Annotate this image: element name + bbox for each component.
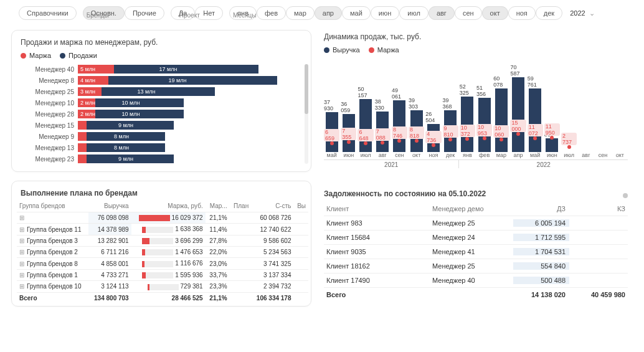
month-pill-4[interactable]: май xyxy=(342,6,371,20)
manager-name: Менеджер 13 xyxy=(21,145,78,151)
margin-value: 15 000 xyxy=(510,120,526,132)
plan-title: Выполнение плана по брендам xyxy=(17,184,308,200)
month-pill-11[interactable]: дек xyxy=(536,6,562,20)
mar-legend: Маржа xyxy=(377,46,399,54)
dyn-col[interactable]: 36 059 7 355 xyxy=(341,101,356,152)
rev-value: 59 761 xyxy=(528,75,543,88)
mar-legend-icon xyxy=(369,47,374,53)
month-tick: окт xyxy=(409,152,424,158)
brands-label: Бренды xyxy=(87,12,109,19)
month-pill-5[interactable]: июн xyxy=(371,6,399,20)
plan-header: С-сть xyxy=(251,200,293,212)
rev-value: 37 930 xyxy=(324,99,339,112)
month-pill-6[interactable]: июл xyxy=(399,6,429,20)
scroll-thumb[interactable] xyxy=(305,64,308,114)
brand-pill-1[interactable]: Прочие xyxy=(125,6,164,20)
expand-icon[interactable]: ⊞ xyxy=(19,283,27,290)
dyn-col[interactable]: 37 930 6 659 xyxy=(324,99,339,152)
margin-bar[interactable]: 4 млн xyxy=(78,76,108,85)
dyn-col[interactable]: 39 303 8 818 xyxy=(409,97,424,152)
manager-row: Менеджер 23 9 млн xyxy=(21,154,302,164)
dyn-col[interactable]: 39 368 9 810 xyxy=(443,97,458,152)
dyn-col[interactable]: 60 078 10 060 xyxy=(493,75,509,152)
rev-value: 39 303 xyxy=(409,97,424,110)
expand-icon[interactable]: ⊞ xyxy=(19,249,27,255)
scroll-indicator-icon[interactable] xyxy=(623,193,628,198)
month-pill-2[interactable]: мар xyxy=(286,6,315,20)
debt-row[interactable]: Клиент 17490Менеджер 40500 488 xyxy=(324,273,628,287)
rev-value: 49 061 xyxy=(392,87,407,100)
plan-row[interactable]: ⊞Группа брендов 10 3 124 113 729 381 23,… xyxy=(17,281,308,292)
margin-point-icon xyxy=(330,141,334,145)
scrollbar[interactable] xyxy=(305,64,308,164)
sales-bar[interactable]: 9 млн xyxy=(78,121,174,130)
dyn-col[interactable]: 51 356 10 953 xyxy=(476,85,492,152)
dyn-col[interactable]: 59 761 11 072 xyxy=(528,75,543,152)
margin-point-icon xyxy=(500,138,503,141)
month-pill-10[interactable]: ноя xyxy=(508,6,536,20)
plan-row[interactable]: ⊞Группа брендов 2 6 711 216 1 476 653 22… xyxy=(17,247,308,258)
dyn-col[interactable]: 49 061 8 746 xyxy=(392,87,407,152)
month-pill-1[interactable]: фев xyxy=(257,6,286,20)
ref-button[interactable]: Справочники xyxy=(19,6,77,20)
month-tick: авг xyxy=(578,152,594,158)
debt-row[interactable]: Клиент 15684Менеджер 241 712 595 xyxy=(324,230,628,244)
year-tick: 2021 xyxy=(324,160,458,168)
margin-bar[interactable]: 3 млн xyxy=(78,87,102,96)
margin-point-icon xyxy=(347,140,351,144)
month-tick: июл xyxy=(561,152,577,158)
margin-point-icon xyxy=(415,139,419,143)
margin-bar[interactable]: 5 млн xyxy=(78,65,114,74)
manager-row: Менеджер 15 9 млн xyxy=(21,120,302,130)
debt-row[interactable]: Клиент 18162Менеджер 25554 840 xyxy=(324,259,628,273)
month-pill-7[interactable]: авг xyxy=(429,6,455,20)
margin-bar[interactable]: 2 млн xyxy=(78,110,95,118)
dyn-col[interactable]: 12 860 11 950 xyxy=(544,125,560,152)
plan-header: Маржа, руб. xyxy=(131,200,206,212)
debt-row[interactable]: Клиент 9035Менеджер 411 704 531 xyxy=(324,244,628,259)
debt-row[interactable]: Клиент 983Менеджер 256 005 194 xyxy=(324,216,628,230)
dyn-col[interactable]: 26 504 4 736 xyxy=(425,111,441,152)
sales-bar[interactable]: 9 млн xyxy=(78,155,174,163)
expand-icon[interactable]: ⊞ xyxy=(19,214,27,221)
rev-value: 36 059 xyxy=(341,101,356,113)
debt-panel: Задолженность по состоянию на 05.10.2022… xyxy=(319,187,633,304)
plan-row[interactable]: ⊞Группа брендов 1 4 733 271 1 595 936 33… xyxy=(17,269,308,280)
expand-icon[interactable]: ⊞ xyxy=(19,226,27,233)
manager-name: Менеджер 28 xyxy=(21,111,78,118)
manager-row: Менеджер 10 10 млн 2 млн xyxy=(21,98,302,108)
month-tick: май xyxy=(528,152,543,158)
month-pill-3[interactable]: апр xyxy=(315,6,342,20)
manager-name: Менеджер 8 xyxy=(21,77,78,84)
plan-row[interactable]: ⊞Группа брендов 3 13 282 901 3 696 299 2… xyxy=(17,235,308,246)
expand-icon[interactable]: ⊞ xyxy=(19,237,27,244)
month-pill-9[interactable]: окт xyxy=(482,6,508,20)
margin-bar[interactable] xyxy=(78,155,87,163)
margin-bar[interactable] xyxy=(78,143,87,152)
year-select[interactable]: 2022 xyxy=(570,9,585,17)
dyn-col[interactable]: 70 587 15 000 xyxy=(510,64,526,152)
margin-bar[interactable] xyxy=(78,121,87,130)
month-tick: апр xyxy=(510,152,526,158)
dyn-col[interactable]: 38 330 7 088 xyxy=(375,98,391,152)
manager-row: Менеджер 8 19 млн 4 млн xyxy=(21,75,302,85)
month-pill-8[interactable]: сен xyxy=(455,6,482,20)
dyn-col[interactable]: 50 157 6 648 xyxy=(358,86,373,152)
plan-row[interactable]: ⊞ 76 098 098 16 029 372 21,1%60 068 726 xyxy=(17,212,308,224)
plan-row[interactable]: ⊞Группа брендов 8 4 858 001 1 116 676 23… xyxy=(17,258,308,269)
sales-bar[interactable]: 8 млн xyxy=(78,132,165,141)
debt-header: КлиентМенеджер демоДЗКЗ xyxy=(324,202,628,216)
chevron-down-icon[interactable]: ⌄ xyxy=(589,9,595,17)
plan-row[interactable]: ⊞Группа брендов 11 14 378 989 1 638 368 … xyxy=(17,224,308,235)
margin-value: 6 648 xyxy=(358,129,373,141)
sales-bar[interactable]: 8 млн xyxy=(78,143,165,152)
year-tick: 2022 xyxy=(458,160,628,168)
expand-icon[interactable]: ⊞ xyxy=(19,272,27,278)
manager-name: Менеджер 40 xyxy=(21,66,78,73)
dyn-col[interactable]: 52 325 10 372 xyxy=(460,83,475,152)
expand-icon[interactable]: ⊞ xyxy=(19,260,27,267)
month-tick: сен xyxy=(392,152,407,158)
margin-bar[interactable] xyxy=(78,132,87,141)
manager-row: Менеджер 28 10 млн 2 млн xyxy=(21,109,302,119)
margin-bar[interactable]: 2 млн xyxy=(78,98,95,107)
